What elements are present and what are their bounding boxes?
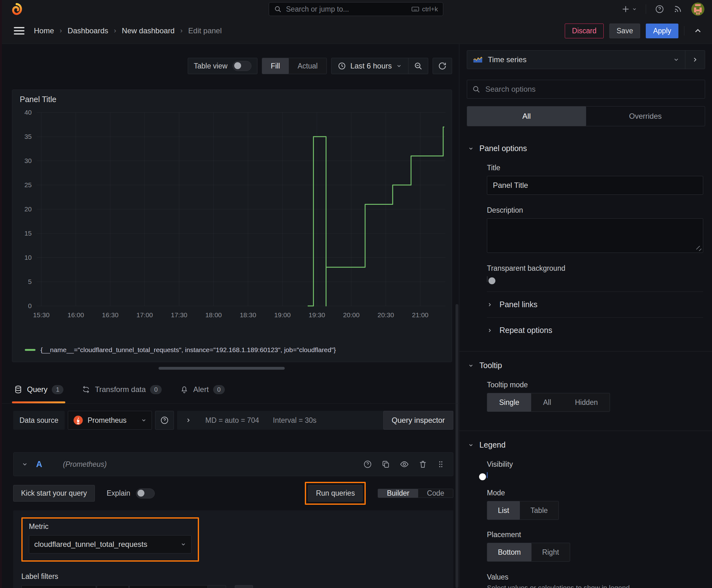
svg-text:20: 20 xyxy=(24,205,32,213)
panel-title-input[interactable] xyxy=(487,176,703,195)
legend-mode-list[interactable]: List xyxy=(487,501,520,520)
chevron-down-icon[interactable] xyxy=(22,461,28,467)
svg-text:40: 40 xyxy=(24,109,32,116)
tooltip-all-option[interactable]: All xyxy=(531,393,563,412)
new-menu-button[interactable] xyxy=(621,5,637,14)
select-label-dropdown[interactable]: Select label xyxy=(21,585,96,588)
zoom-out-button[interactable] xyxy=(408,58,428,74)
query-datasource-hint: (Prometheus) xyxy=(63,460,107,469)
tab-overrides[interactable]: Overrides xyxy=(586,106,705,126)
chevron-down-icon xyxy=(673,57,679,63)
explain-toggle[interactable] xyxy=(136,488,155,499)
datasource-picker[interactable]: Prometheus xyxy=(68,411,152,430)
datasource-label: Data source xyxy=(13,411,65,430)
svg-text:18:30: 18:30 xyxy=(240,311,257,318)
legend-series-name[interactable]: {__name__="cloudflared_tunnel_total_requ… xyxy=(41,346,336,354)
chevron-down-icon xyxy=(396,63,402,69)
toggle-visibility-icon[interactable] xyxy=(400,460,409,469)
tab-all[interactable]: All xyxy=(467,106,586,126)
save-button[interactable]: Save xyxy=(609,24,640,38)
code-option[interactable]: Code xyxy=(418,489,453,498)
bell-icon xyxy=(180,385,189,394)
search-shortcut: ctrl+k xyxy=(411,5,438,13)
query-row-header[interactable]: A (Prometheus) xyxy=(13,452,453,476)
query-inspector-button[interactable]: Query inspector xyxy=(383,411,453,430)
section-legend[interactable]: Legend xyxy=(459,431,712,452)
breadcrumb-dashboards[interactable]: Dashboards xyxy=(67,26,108,35)
section-panel-options[interactable]: Panel options xyxy=(459,134,712,155)
svg-text:17:30: 17:30 xyxy=(171,311,188,318)
query-ref-id[interactable]: A xyxy=(36,460,42,469)
tooltip-single-option[interactable]: Single xyxy=(487,393,531,412)
visualization-select[interactable]: Time series xyxy=(467,50,685,69)
tooltip-hidden-option[interactable]: Hidden xyxy=(563,393,610,412)
actions-divider xyxy=(684,26,684,36)
news-icon[interactable] xyxy=(673,4,683,14)
timeseries-plot[interactable]: 051015202530354015:3016:0016:3017:0017:3… xyxy=(17,109,447,324)
fill-option[interactable]: Fill xyxy=(262,58,289,74)
description-textarea[interactable] xyxy=(487,218,703,253)
options-search-input[interactable] xyxy=(485,84,700,94)
apply-button[interactable]: Apply xyxy=(646,24,678,38)
add-filter-button[interactable] xyxy=(235,585,253,588)
breadcrumb-new-dashboard[interactable]: New dashboard xyxy=(122,26,175,35)
chevron-up-icon[interactable] xyxy=(693,26,703,36)
svg-text:20:30: 20:30 xyxy=(377,311,394,318)
panel-resize-handle[interactable] xyxy=(158,367,285,370)
refresh-button[interactable] xyxy=(433,58,452,74)
scrollbar-thumb[interactable] xyxy=(455,304,458,588)
legend-mode-table[interactable]: Table xyxy=(520,501,559,520)
time-range-button[interactable]: Last 6 hours xyxy=(331,62,408,70)
chart-legend[interactable]: {__name__="cloudflared_tunnel_total_requ… xyxy=(25,346,336,354)
global-search[interactable]: ctrl+k xyxy=(269,2,443,16)
chevron-down-icon xyxy=(632,6,637,12)
menu-toggle-icon[interactable] xyxy=(14,27,24,35)
breadcrumb-separator: › xyxy=(180,27,182,35)
help-icon[interactable] xyxy=(655,4,664,14)
operator-dropdown[interactable]: = xyxy=(97,585,129,588)
actual-option[interactable]: Actual xyxy=(289,58,326,74)
remove-filter-button[interactable] xyxy=(208,585,226,588)
tab-query[interactable]: Query 1 xyxy=(14,376,63,403)
datasource-help-button[interactable] xyxy=(155,411,174,430)
query-help-icon[interactable] xyxy=(363,460,372,469)
breadcrumb-home[interactable]: Home xyxy=(34,26,54,35)
tab-alert[interactable]: Alert 0 xyxy=(180,376,224,403)
svg-text:15:30: 15:30 xyxy=(33,311,50,318)
table-view-toggle[interactable] xyxy=(233,61,252,71)
duplicate-query-icon[interactable] xyxy=(382,460,390,469)
search-input[interactable] xyxy=(285,5,408,14)
section-repeat-options[interactable]: Repeat options xyxy=(487,317,703,343)
query-builder-body: Metric cloudflared_tunnel_total_requests… xyxy=(13,510,453,588)
legend-visibility-toggle[interactable] xyxy=(487,472,488,478)
viz-suggestions-button[interactable] xyxy=(685,50,705,69)
timeseries-chart[interactable]: 051015202530354015:3016:0016:3017:0017:3… xyxy=(17,109,447,324)
grafana-logo-icon[interactable] xyxy=(10,3,23,15)
section-tooltip[interactable]: Tooltip xyxy=(459,352,712,373)
chevron-down-icon xyxy=(468,363,474,369)
kickstart-button[interactable]: Kick start your query xyxy=(13,485,95,502)
builder-option[interactable]: Builder xyxy=(378,489,418,498)
tab-transform[interactable]: Transform data 0 xyxy=(82,376,162,403)
user-avatar[interactable] xyxy=(691,2,705,16)
select-value-dropdown[interactable]: Select value xyxy=(129,585,208,588)
delete-query-icon[interactable] xyxy=(418,460,427,469)
section-panel-links[interactable]: Panel links xyxy=(487,292,703,317)
query-options-bar[interactable]: MD = auto = 704 Interval = 30s Query ins… xyxy=(177,411,453,430)
datasource-row: Data source Prometheus xyxy=(13,411,453,430)
fill-actual-switch: Fill Actual xyxy=(262,58,327,74)
legend-mode-switch: List Table xyxy=(487,501,559,520)
tooltip-mode-label: Tooltip mode xyxy=(487,381,703,389)
timeseries-viz-icon xyxy=(473,56,483,64)
discard-button[interactable]: Discard xyxy=(565,24,604,38)
legend-placement-bottom[interactable]: Bottom xyxy=(487,543,532,561)
transparent-bg-toggle[interactable] xyxy=(487,276,488,282)
panel-title[interactable]: Panel Title xyxy=(20,95,57,104)
chevron-right-icon xyxy=(185,417,192,423)
options-search[interactable] xyxy=(467,80,705,99)
run-queries-button[interactable]: Run queries xyxy=(308,485,363,502)
legend-placement-right[interactable]: Right xyxy=(532,543,570,561)
drag-handle-icon[interactable] xyxy=(437,460,445,468)
active-tab-underline xyxy=(12,401,65,403)
metric-select[interactable]: cloudflared_tunnel_total_requests xyxy=(29,535,192,553)
